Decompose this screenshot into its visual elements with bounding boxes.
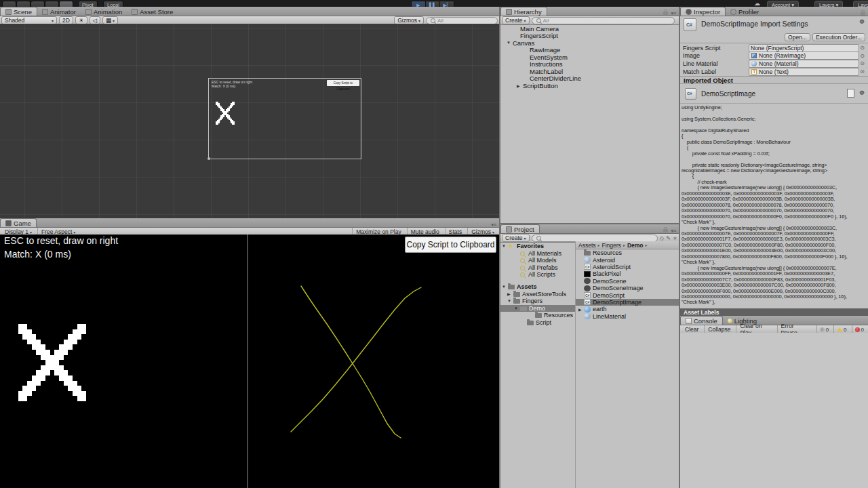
open-button[interactable]: Open...: [785, 33, 810, 41]
file-list-item[interactable]: Asteroid: [576, 256, 679, 263]
tab-project[interactable]: Project: [500, 224, 540, 233]
file-list-item[interactable]: DemoScene: [576, 278, 679, 285]
local-toggle[interactable]: Local: [103, 1, 123, 7]
copy-script-button[interactable]: Copy Script to Clipboard: [405, 237, 496, 253]
create-dropdown[interactable]: Create▾: [502, 16, 530, 24]
view-tab[interactable]: Asset Store: [127, 7, 178, 16]
canvas-corner-handle[interactable]: [208, 157, 210, 160]
doc-icon[interactable]: [847, 89, 854, 98]
file-list-item[interactable]: DemoSceneImage: [576, 285, 679, 291]
view-tab[interactable]: Scene: [0, 7, 37, 16]
lock-icon[interactable]: [663, 229, 668, 232]
foldout-arrow-icon[interactable]: ▼: [507, 41, 513, 45]
favorites-item[interactable]: All Models: [500, 257, 575, 264]
object-field[interactable]: None (Material): [749, 60, 859, 68]
breadcrumb-item[interactable]: Assets: [578, 242, 596, 249]
scene-search-input[interactable]: All: [426, 17, 498, 24]
folder-tree-item[interactable]: ▼ Demo: [500, 305, 575, 312]
hierarchy-item[interactable]: CenterDividerLine: [500, 75, 679, 83]
hierarchy-item[interactable]: EventSystem: [500, 54, 679, 61]
foldout-arrow-icon[interactable]: ▶: [507, 291, 513, 296]
scene-viewport[interactable]: ESC to reset, draw on right Match: X (0 …: [0, 24, 499, 218]
field-label: Match Label: [683, 68, 749, 75]
foldout-arrow-icon[interactable]: ▶: [578, 307, 584, 312]
folder-tree-item[interactable]: Resources: [500, 312, 575, 319]
pivot-toggle[interactable]: Pivot: [78, 1, 98, 7]
object-field[interactable]: None (FingersScript): [749, 44, 859, 52]
imported-script-row: DemoScriptImage ☸: [680, 86, 868, 104]
file-list-item[interactable]: LineMaterial: [576, 313, 679, 320]
view-tab[interactable]: Animation: [81, 7, 127, 16]
account-dropdown[interactable]: Account ▾: [767, 1, 799, 7]
file-list-item[interactable]: BlackPixel: [576, 270, 679, 277]
step-button[interactable]: ▶▏: [439, 1, 454, 7]
hierarchy-item[interactable]: MatchLabel: [500, 68, 679, 75]
search-by-type-icon[interactable]: ◇: [660, 235, 664, 241]
hierarchy-search-input[interactable]: All: [532, 17, 675, 24]
hierarchy-item[interactable]: Instructions: [500, 61, 679, 68]
folder-tree-item[interactable]: ▼ Fingers: [500, 298, 575, 305]
panel-menu-icon[interactable]: ▾≡: [671, 11, 676, 16]
panel-menu-icon[interactable]: ▾≡: [491, 222, 496, 227]
tab-inspector[interactable]: Inspector: [680, 7, 726, 16]
object-picker-icon[interactable]: ⊙: [859, 53, 865, 59]
foldout-arrow-icon[interactable]: ▼: [507, 299, 513, 303]
file-type-icon: [584, 313, 591, 319]
foldout-arrow-icon[interactable]: ▼: [502, 285, 508, 289]
gear-icon[interactable]: ☸: [859, 18, 865, 25]
favorites-item[interactable]: All Materials: [500, 250, 575, 258]
move-tool-icon[interactable]: [16, 1, 31, 7]
object-field[interactable]: None (Text): [749, 68, 859, 76]
gear-icon[interactable]: ☸: [859, 89, 865, 96]
foldout-arrow-icon[interactable]: ▶: [517, 83, 523, 88]
favorite-search-icon[interactable]: ★: [673, 235, 677, 241]
folder-tree-item[interactable]: ▼ Assets: [500, 283, 575, 291]
rect-tool-icon[interactable]: [59, 1, 73, 7]
tab-game[interactable]: Game: [0, 218, 37, 227]
panel-menu-icon[interactable]: ▾≡: [671, 228, 676, 233]
hand-tool-icon[interactable]: [2, 1, 16, 7]
favorites-item[interactable]: ▼ Favorites: [500, 243, 575, 250]
hierarchy-item[interactable]: ▶ ScriptButton: [500, 82, 679, 89]
favorites-item[interactable]: All Scripts: [500, 271, 575, 279]
file-list-item[interactable]: ▶ earth: [576, 306, 679, 312]
asset-labels-bar[interactable]: Asset Labels: [680, 308, 868, 316]
layers-dropdown[interactable]: Layers ▾: [814, 1, 843, 7]
file-list-item[interactable]: AsteroidScript: [576, 264, 679, 270]
object-picker-icon[interactable]: ⊙: [859, 60, 865, 66]
lock-icon[interactable]: [663, 12, 668, 15]
breadcrumb-item[interactable]: Fingers: [602, 242, 621, 249]
play-button[interactable]: ▶: [411, 1, 426, 7]
object-picker-icon[interactable]: ⊙: [859, 68, 865, 75]
gesture-stroke-right: [291, 287, 421, 432]
view-tab[interactable]: Animator: [37, 7, 81, 16]
foldout-arrow-icon[interactable]: ▼: [502, 244, 508, 248]
search-by-label-icon[interactable]: ✎: [666, 235, 671, 241]
tab-profiler[interactable]: Profiler: [726, 7, 764, 16]
folder-tree-item[interactable]: ▶ AssetStoreTools: [500, 291, 575, 298]
game-viewport[interactable]: ESC to reset, draw on right Match: X (0 …: [0, 235, 499, 488]
layout-dropdown[interactable]: Layout: [853, 1, 868, 7]
hierarchy-item[interactable]: RawImage: [500, 47, 679, 54]
file-list-item[interactable]: DemoScript: [576, 291, 679, 298]
rotate-tool-icon[interactable]: [31, 1, 45, 7]
tab-hierarchy[interactable]: Hierarchy: [500, 7, 547, 16]
favorites-item[interactable]: All Prefabs: [500, 264, 575, 272]
object-picker-icon[interactable]: ⊙: [859, 45, 865, 51]
collab-cloud-icon[interactable]: ☁: [754, 0, 760, 7]
file-list-item[interactable]: DemoScriptImage: [576, 299, 679, 306]
object-field[interactable]: None (RawImage): [749, 52, 859, 60]
execution-order-button[interactable]: Execution Order...: [812, 33, 865, 41]
breadcrumb-item[interactable]: Demo: [627, 242, 644, 249]
folder-tree-item[interactable]: Script: [500, 319, 575, 327]
hierarchy-item[interactable]: ▼ Canvas: [500, 39, 679, 47]
tab-console[interactable]: Console: [680, 316, 723, 325]
file-list-item[interactable]: Resources: [576, 249, 679, 256]
pause-button[interactable]: ▌▌: [425, 1, 440, 7]
hierarchy-item[interactable]: Main Camera: [500, 25, 679, 33]
project-search-input[interactable]: [532, 235, 658, 242]
scale-tool-icon[interactable]: [45, 1, 59, 7]
console-log-area[interactable]: [680, 333, 868, 488]
foldout-arrow-icon[interactable]: ▼: [514, 306, 520, 310]
hierarchy-item[interactable]: FingersScript: [500, 33, 679, 40]
